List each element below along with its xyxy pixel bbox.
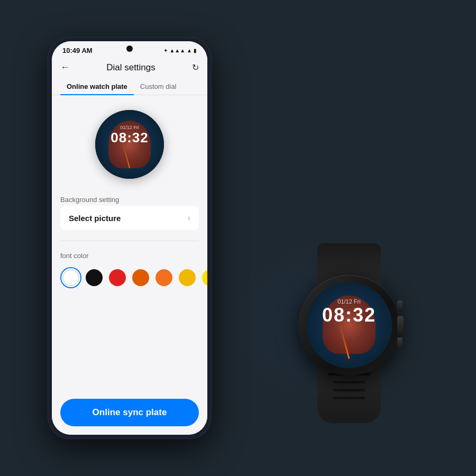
select-picture-row[interactable]: Select picture › (60, 206, 199, 230)
watch-time-display: 01/12 Fri 08:32 (95, 125, 164, 145)
watch-screen: 01/12 Fri 08:32 (306, 282, 392, 368)
watch-body: 01/12 Fri 08:32 (275, 243, 423, 423)
tab-bar: Online watch plate Custom dial (52, 78, 207, 95)
band-hole-4 (333, 389, 365, 391)
front-camera (126, 45, 133, 52)
back-button[interactable]: ← (60, 62, 70, 73)
font-color-section: font color (60, 252, 199, 291)
tab-online-watch-plate[interactable]: Online watch plate (60, 78, 134, 95)
app-content: 01/12 Fri 08:32 Background setting Selec… (52, 95, 207, 390)
background-setting-section: Background setting Select picture › (60, 196, 199, 230)
wifi-icon: ▲ (187, 48, 192, 53)
watch-case: 01/12 Fri 08:32 (299, 275, 399, 376)
color-swatch-white[interactable] (62, 269, 79, 286)
divider (60, 241, 199, 241)
color-swatch-orange-dark[interactable] (132, 269, 149, 286)
select-picture-label: Select picture (69, 214, 121, 223)
smartwatch-device: 01/12 Fri 08:32 (275, 243, 423, 423)
watch-face-circle: 01/12 Fri 08:32 (95, 110, 164, 179)
chevron-right-icon: › (188, 213, 190, 223)
bluetooth-icon: ✦ (163, 48, 168, 53)
status-time: 10:49 AM (62, 47, 93, 54)
watch-button-bottom (397, 337, 402, 348)
background-setting-label: Background setting (60, 196, 199, 204)
color-swatch-yellow-bright[interactable] (202, 269, 207, 286)
color-swatch-orange[interactable] (155, 269, 172, 286)
phone-device: 10:49 AM ✦ ▲▲▲ ▲ ▮ ← Dial settings ↻ Onl… (48, 37, 212, 439)
font-color-label: font color (60, 252, 199, 260)
watch-time-overlay: 01/12 Fri 08:32 (306, 298, 392, 326)
band-hole-3 (333, 381, 365, 383)
color-swatch-black[interactable] (86, 269, 103, 286)
main-scene: 10:49 AM ✦ ▲▲▲ ▲ ▮ ← Dial settings ↻ Onl… (32, 21, 444, 455)
watch-face-preview: 01/12 Fri 08:32 (60, 110, 199, 179)
sync-button-container: Online sync plate (52, 390, 207, 435)
page-title: Dial settings (106, 62, 155, 73)
app-header: ← Dial settings ↻ (52, 58, 207, 78)
watch-face-background: 01/12 Fri 08:32 (95, 110, 164, 179)
watch-time: 08:32 (95, 130, 164, 145)
refresh-button[interactable]: ↻ (192, 62, 199, 72)
watch-screen-background: 01/12 Fri 08:32 (306, 282, 392, 368)
band-hole-5 (333, 397, 365, 399)
battery-icon: ▮ (194, 48, 197, 53)
signal-icon: ▲▲▲ (169, 48, 185, 53)
color-swatch-red[interactable] (109, 269, 126, 286)
online-sync-button[interactable]: Online sync plate (60, 399, 199, 426)
tab-custom-dial[interactable]: Custom dial (134, 78, 183, 95)
watch-crown (397, 316, 404, 335)
status-icons: ✦ ▲▲▲ ▲ ▮ (163, 48, 197, 53)
color-swatches (60, 264, 199, 291)
color-swatch-yellow[interactable] (179, 269, 196, 286)
phone-screen: 10:49 AM ✦ ▲▲▲ ▲ ▮ ← Dial settings ↻ Onl… (52, 41, 207, 435)
watch-button-top (397, 300, 402, 311)
watch-display-time: 08:32 (306, 305, 392, 326)
